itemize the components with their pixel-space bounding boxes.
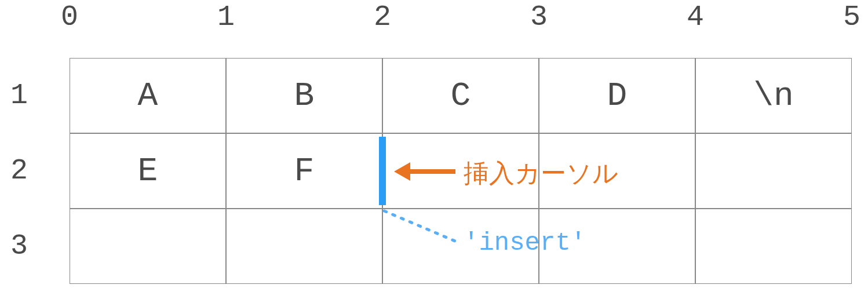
cell-r2c2: F [226,133,382,209]
diagram-stage: 0 1 2 3 4 5 1 2 3 A B C D \n E F 挿入カーソル … [0,0,868,299]
row-label-3: 3 [5,209,34,284]
cell-r3c5 [695,209,852,284]
cell-r3c1 [70,209,226,284]
col-label-5: 5 [834,0,868,35]
col-label-4: 4 [678,0,713,35]
insert-label: 'insert' [464,228,586,257]
cell-r1c5: \n [695,58,852,133]
col-label-0: 0 [52,0,87,35]
insert-cursor [379,137,386,205]
cell-r1c1: A [70,58,226,133]
cell-r1c2: B [226,58,382,133]
row-label-1: 1 [5,58,34,133]
cell-r1c4: D [539,58,695,133]
col-label-1: 1 [209,0,243,35]
cursor-label: 挿入カーソル [464,156,618,191]
cell-r2c1: E [70,133,226,209]
text-grid: A B C D \n E F [70,58,852,284]
cell-r1c3: C [382,58,539,133]
arrow-shaft [409,169,455,174]
row-label-2: 2 [5,133,34,209]
cell-r3c2 [226,209,382,284]
arrow-left-icon [394,162,410,181]
col-label-2: 2 [365,0,400,35]
col-label-3: 3 [521,0,556,35]
cell-r2c5 [695,133,852,209]
